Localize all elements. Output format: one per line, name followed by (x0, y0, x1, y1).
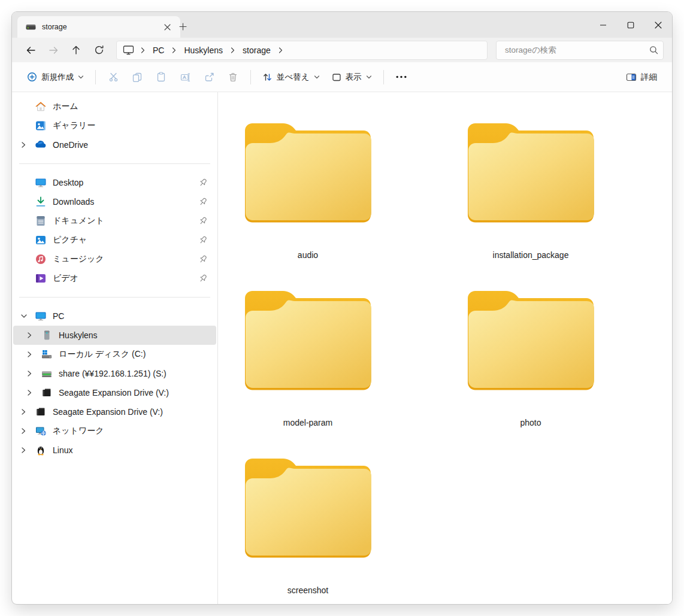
search-box[interactable] (496, 41, 664, 60)
sidebar-item-seagate-drive-child[interactable]: Seagate Expansion Drive (V:) (13, 383, 216, 402)
sidebar-item-videos[interactable]: ビデオ (13, 269, 216, 288)
search-input[interactable] (504, 45, 649, 55)
windows-drive-icon (41, 348, 53, 360)
sidebar-item-local-disk-c[interactable]: ローカル ディスク (C:) (13, 345, 216, 364)
folder-item-photo[interactable]: photo (464, 286, 597, 427)
music-icon (35, 253, 47, 265)
chevron-right-icon[interactable] (26, 350, 41, 359)
sidebar-item-network[interactable]: ネットワーク (13, 421, 216, 441)
trash-icon (228, 72, 238, 82)
home-icon (35, 101, 47, 113)
folder-item-screenshot[interactable]: screenshot (241, 454, 374, 595)
file-list: audio installation_package model-param p… (218, 92, 672, 604)
breadcrumb-item-storage[interactable]: storage (238, 44, 276, 56)
pin-icon (198, 274, 208, 283)
close-button[interactable] (644, 12, 672, 38)
chevron-right-icon[interactable] (20, 426, 35, 436)
arrow-up-icon (71, 45, 81, 55)
tab-close-button[interactable] (160, 20, 174, 34)
new-plus-icon (27, 72, 37, 82)
chevron-down-icon[interactable] (20, 311, 35, 321)
folder-item-model-param[interactable]: model-param (241, 286, 374, 427)
paste-button[interactable] (150, 67, 172, 87)
sidebar-item-seagate-drive[interactable]: Seagate Expansion Drive (V:) (13, 402, 216, 421)
back-button[interactable] (20, 41, 41, 59)
folder-name: photo (464, 418, 597, 427)
sidebar-item-pictures[interactable]: ピクチャ (13, 230, 216, 250)
chevron-right-icon[interactable] (26, 369, 41, 378)
chevron-right-icon (277, 47, 285, 54)
chevron-right-icon[interactable] (20, 445, 35, 455)
document-icon (35, 215, 47, 227)
sidebar-item-music[interactable]: ミュージック (13, 250, 216, 269)
videos-icon (35, 272, 47, 284)
chevron-right-icon[interactable] (26, 330, 41, 340)
desktop-icon (35, 177, 47, 189)
sidebar-item-label: Huskylens (59, 330, 216, 340)
more-button[interactable] (390, 67, 413, 87)
chevron-down-icon (78, 75, 84, 80)
view-icon (332, 72, 341, 82)
new-tab-button[interactable] (175, 19, 190, 34)
share-button[interactable] (198, 67, 220, 87)
details-pane-icon (626, 72, 637, 82)
sidebar-item-pc[interactable]: PC (13, 307, 216, 326)
sidebar-item-desktop[interactable]: Desktop (13, 173, 216, 192)
folder-icon (241, 454, 374, 559)
details-button[interactable]: 詳細 (621, 67, 662, 87)
linux-tux-icon (35, 444, 47, 456)
sidebar-item-huskylens[interactable]: Huskylens (13, 326, 216, 345)
sidebar-item-gallery[interactable]: ギャラリー (13, 116, 216, 135)
sidebar-item-documents[interactable]: ドキュメント (13, 211, 216, 230)
cut-icon (108, 72, 119, 82)
cut-button[interactable] (102, 67, 125, 87)
tab-storage[interactable]: storage (17, 16, 180, 38)
chevron-right-icon[interactable] (26, 388, 41, 397)
chevron-right-icon[interactable] (20, 140, 35, 150)
tab-title: storage (42, 23, 154, 31)
sidebar-item-label: PC (53, 311, 216, 321)
sidebar-item-share-drive[interactable]: share (¥¥192.168.1.251) (S:) (13, 364, 216, 383)
minimize-button[interactable] (589, 12, 617, 38)
up-button[interactable] (66, 41, 86, 59)
view-button[interactable]: 表示 (326, 67, 377, 87)
folder-item-installation-package[interactable]: installation_package (464, 119, 597, 260)
new-button[interactable]: 新規作成 (22, 67, 89, 87)
copy-button[interactable] (126, 67, 149, 87)
content-area: ホーム ギャラリー (12, 92, 672, 604)
toolbar-separator (250, 70, 251, 84)
sort-icon (262, 72, 273, 82)
maximize-button[interactable] (617, 12, 644, 38)
breadcrumb-item-huskylens[interactable]: Huskylens (179, 44, 228, 56)
onedrive-icon (35, 139, 47, 151)
forward-button[interactable] (43, 41, 63, 59)
sidebar-item-linux[interactable]: Linux (13, 441, 216, 460)
sort-button[interactable]: 並べ替え (257, 67, 325, 87)
refresh-icon (94, 45, 104, 55)
ellipsis-icon (396, 75, 407, 78)
sidebar-item-home[interactable]: ホーム (13, 97, 216, 116)
maximize-icon (627, 22, 634, 29)
folder-icon (464, 286, 597, 392)
breadcrumb[interactable]: PC Huskylens storage (116, 41, 488, 60)
delete-button[interactable] (222, 67, 244, 87)
sidebar-item-label: Desktop (53, 178, 198, 187)
breadcrumb-item-pc[interactable]: PC (148, 44, 169, 56)
pin-icon (198, 235, 208, 245)
explorer-window: storage (12, 12, 672, 604)
pictures-icon (35, 234, 47, 246)
pin-icon (198, 216, 208, 226)
refresh-button[interactable] (89, 41, 109, 59)
rename-button[interactable] (174, 67, 196, 87)
copy-icon (132, 72, 142, 82)
sidebar-item-label: ミュージック (53, 254, 198, 265)
minimize-icon (600, 22, 607, 29)
pin-icon (198, 178, 208, 187)
sidebar-item-label: ローカル ディスク (C:) (59, 349, 216, 360)
folder-icon (241, 119, 374, 224)
share-icon (204, 72, 214, 82)
sidebar-item-onedrive[interactable]: OneDrive (13, 135, 216, 154)
sidebar-item-downloads[interactable]: Downloads (13, 192, 216, 211)
chevron-right-icon[interactable] (20, 407, 35, 417)
folder-item-audio[interactable]: audio (241, 119, 374, 260)
